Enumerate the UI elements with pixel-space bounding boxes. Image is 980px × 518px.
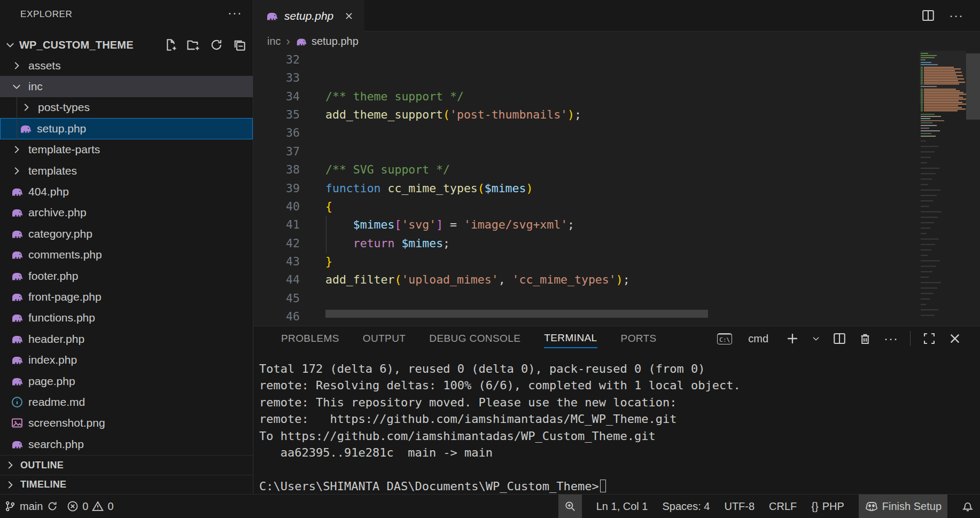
php-icon bbox=[295, 36, 307, 48]
line-number: 36 bbox=[262, 124, 300, 142]
image-icon bbox=[11, 417, 24, 429]
tree-item-readme.md[interactable]: readme.md bbox=[0, 391, 253, 412]
project-section-header[interactable]: WP_CUSTOM_THEME bbox=[0, 36, 253, 53]
code-line[interactable]: function cc_mime_types($mimes) bbox=[325, 179, 916, 198]
tree-item-post-types[interactable]: post-types bbox=[0, 97, 253, 118]
tree-item-label: setup.php bbox=[37, 122, 86, 135]
tree-item-index.php[interactable]: index.php bbox=[0, 349, 253, 370]
section-timeline[interactable]: TIMELINE bbox=[0, 475, 253, 494]
tab-setup-php[interactable]: setup.php bbox=[254, 0, 364, 32]
vertical-scrollbar[interactable] bbox=[966, 51, 980, 326]
line-number: 39 bbox=[262, 179, 300, 198]
maximize-panel-icon[interactable] bbox=[922, 332, 936, 346]
breadcrumb-folder[interactable]: inc bbox=[267, 35, 281, 48]
code-line[interactable] bbox=[325, 51, 916, 69]
code-line[interactable] bbox=[325, 69, 916, 87]
breadcrumb: inc › setup.php bbox=[254, 32, 980, 51]
tree-item-templates[interactable]: templates bbox=[0, 160, 253, 181]
explorer-title: EXPLORER bbox=[20, 9, 72, 20]
cursor-position[interactable]: Ln 1, Col 1 bbox=[596, 495, 648, 518]
encoding[interactable]: UTF-8 bbox=[724, 495, 755, 518]
tree-item-screenshot.png[interactable]: screenshot.png bbox=[0, 413, 253, 434]
code-line[interactable] bbox=[325, 124, 916, 142]
terminal-line: remote: This repository moved. Please us… bbox=[259, 394, 741, 411]
file-tree: assetsincpost-typessetup.phptemplate-par… bbox=[0, 55, 253, 454]
code-line[interactable]: add_theme_support('post-thumbnails'); bbox=[325, 106, 916, 124]
chevron-right-icon: › bbox=[286, 35, 290, 49]
section-outline[interactable]: OUTLINE bbox=[0, 455, 253, 475]
scrollbar-thumb[interactable] bbox=[966, 53, 980, 120]
problems-indicator[interactable]: 0 0 bbox=[67, 500, 113, 513]
panel-tab-terminal[interactable]: TERMINAL bbox=[544, 330, 597, 348]
branch-indicator[interactable]: main bbox=[4, 500, 58, 513]
tree-item-label: 404.php bbox=[28, 185, 69, 198]
new-terminal-icon[interactable] bbox=[785, 332, 799, 346]
terminal-output[interactable]: Total 172 (delta 6), reused 0 (delta 0),… bbox=[259, 360, 741, 495]
tree-item-page.php[interactable]: page.php bbox=[0, 371, 253, 391]
tree-item-404.php[interactable]: 404.php bbox=[0, 181, 253, 202]
chevron-down-icon bbox=[11, 81, 22, 92]
kill-terminal-icon[interactable] bbox=[858, 332, 872, 346]
editor-more-icon[interactable]: ··· bbox=[949, 9, 963, 22]
tree-item-archive.php[interactable]: archive.php bbox=[0, 202, 253, 223]
timeline-label: TIMELINE bbox=[20, 479, 66, 490]
code-line[interactable]: { bbox=[325, 198, 916, 216]
line-number: 43 bbox=[262, 253, 300, 271]
tree-item-category.php[interactable]: category.php bbox=[0, 223, 253, 244]
code-line[interactable] bbox=[325, 289, 916, 308]
finish-setup[interactable]: Finish Setup bbox=[859, 495, 947, 518]
chevron-down-icon[interactable] bbox=[811, 334, 821, 343]
collapse-folders-icon[interactable] bbox=[232, 38, 246, 52]
error-icon bbox=[67, 500, 79, 512]
new-folder-icon[interactable] bbox=[186, 38, 200, 52]
code-line[interactable]: /** theme support */ bbox=[325, 88, 916, 106]
tree-item-front-page.php[interactable]: front-page.php bbox=[0, 286, 253, 307]
code-line[interactable]: return $mimes; bbox=[325, 234, 916, 253]
panel-more-icon[interactable]: ··· bbox=[884, 332, 898, 346]
tree-item-label: category.php bbox=[28, 227, 92, 240]
close-icon[interactable] bbox=[344, 11, 354, 21]
notifications[interactable] bbox=[962, 495, 974, 518]
code-line[interactable] bbox=[325, 143, 916, 161]
cmd-terminal-icon: C:\ bbox=[717, 333, 732, 344]
tree-item-header.php[interactable]: header.php bbox=[0, 328, 253, 349]
breadcrumb-file[interactable]: setup.php bbox=[312, 35, 359, 48]
split-editor-icon[interactable] bbox=[921, 9, 935, 22]
warning-count: 0 bbox=[107, 500, 113, 513]
terminal-shell-label[interactable]: cmd bbox=[748, 333, 768, 345]
new-file-icon[interactable] bbox=[164, 38, 177, 52]
eol-sequence[interactable]: CRLF bbox=[769, 495, 797, 518]
minimap[interactable] bbox=[920, 51, 966, 326]
close-panel-icon[interactable] bbox=[948, 332, 962, 346]
panel-tab-problems[interactable]: PROBLEMS bbox=[281, 331, 339, 348]
tab-label: setup.php bbox=[284, 10, 333, 22]
code-editor[interactable]: 323334353637383940414243444546 /** theme… bbox=[254, 51, 980, 326]
tree-item-template-parts[interactable]: template-parts bbox=[0, 139, 253, 160]
split-terminal-icon[interactable] bbox=[833, 332, 846, 346]
tree-item-footer.php[interactable]: footer.php bbox=[0, 265, 253, 286]
chevron-down-icon bbox=[4, 39, 16, 51]
tree-item-inc[interactable]: inc bbox=[0, 76, 253, 97]
code-line[interactable]: /** SVG support */ bbox=[325, 161, 916, 179]
language-mode[interactable]: {} PHP bbox=[811, 495, 844, 518]
code-line[interactable]: } bbox=[325, 253, 916, 271]
php-icon bbox=[11, 270, 24, 282]
horizontal-scrollbar[interactable] bbox=[325, 310, 708, 318]
panel-tab-output[interactable]: OUTPUT bbox=[363, 331, 406, 348]
bell-icon bbox=[962, 500, 974, 512]
panel-tab-ports[interactable]: PORTS bbox=[621, 331, 657, 348]
tree-item-assets[interactable]: assets bbox=[0, 55, 253, 76]
zoom-indicator[interactable] bbox=[558, 495, 582, 518]
line-number: 38 bbox=[262, 161, 300, 179]
panel-tab-debug-console[interactable]: DEBUG CONSOLE bbox=[429, 331, 520, 348]
tree-item-search.php[interactable]: search.php bbox=[0, 434, 253, 454]
code-line[interactable]: add_filter('upload_mimes', 'cc_mime_type… bbox=[325, 271, 916, 289]
panel-tabs: PROBLEMSOUTPUTDEBUG CONSOLETERMINALPORTS bbox=[281, 326, 657, 352]
indentation[interactable]: Spaces: 4 bbox=[662, 495, 710, 518]
tree-item-setup.php[interactable]: setup.php bbox=[0, 118, 253, 139]
refresh-icon[interactable] bbox=[209, 38, 223, 52]
tree-item-comments.php[interactable]: comments.php bbox=[0, 245, 253, 265]
code-line[interactable]: $mimes['svg'] = 'image/svg+xml'; bbox=[325, 216, 916, 234]
explorer-more-icon[interactable]: ··· bbox=[228, 5, 242, 20]
tree-item-functions.php[interactable]: functions.php bbox=[0, 308, 253, 328]
